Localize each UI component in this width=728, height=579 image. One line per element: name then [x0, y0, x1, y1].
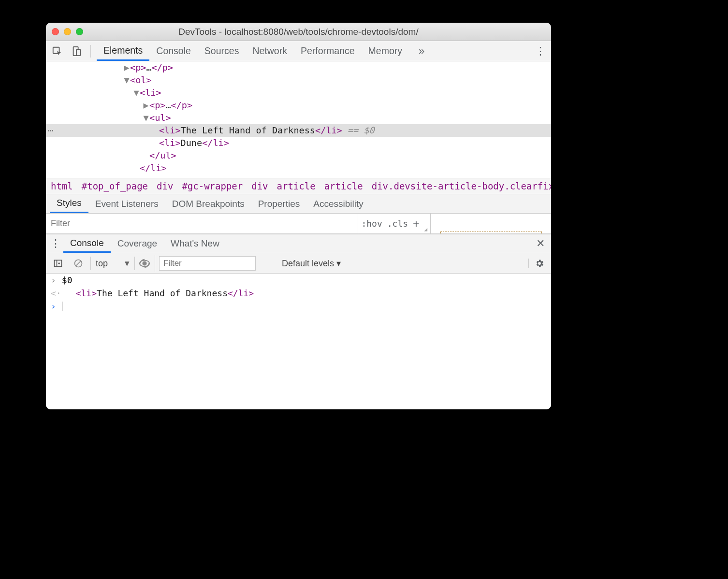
svg-rect-2 [76, 49, 80, 56]
dom-node[interactable]: </ul> [46, 149, 551, 162]
main-menu-button[interactable]: ⋮ [533, 45, 548, 58]
dom-breadcrumbs: html#top_of_pagediv#gc-wrapperdivarticle… [46, 178, 551, 194]
svg-point-5 [142, 261, 146, 265]
devtools-window: DevTools - localhost:8080/web/tools/chro… [46, 23, 551, 409]
disclosure-triangle-icon[interactable]: ▼ [143, 112, 149, 124]
main-tab-bar: ElementsConsoleSourcesNetworkPerformance… [46, 41, 551, 61]
expand-icon[interactable]: › [51, 275, 56, 285]
breadcrumb-item[interactable]: div [251, 181, 268, 191]
dom-node[interactable]: ▶<p>…</p> [46, 61, 551, 74]
window-controls [52, 28, 83, 35]
disclosure-triangle-icon[interactable]: ▼ [123, 74, 130, 87]
zoom-window-button[interactable] [76, 28, 83, 35]
subtab-properties[interactable]: Properties [251, 194, 307, 213]
dom-node[interactable]: ▼<li> [46, 87, 551, 99]
breadcrumb-item[interactable]: div [157, 181, 173, 191]
console-prompt-line[interactable]: › [46, 300, 551, 313]
styles-tab-bar: StylesEvent ListenersDOM BreakpointsProp… [46, 194, 551, 214]
log-levels-select[interactable]: Default levels ▾ [278, 258, 345, 269]
inspect-element-icon[interactable] [49, 43, 65, 59]
console-output[interactable]: › $0 <· <li>The Left Hand of Darkness</l… [46, 274, 551, 409]
execution-context-select[interactable]: top [90, 257, 135, 270]
breadcrumb-item[interactable]: div.devsite-article-body.clearfix [372, 181, 551, 191]
disclosure-triangle-icon[interactable]: ▼ [133, 87, 140, 99]
drawer-tab-bar: ⋮ ConsoleCoverageWhat's New ✕ [46, 234, 551, 253]
console-result-value: <li>The Left Hand of Darkness</li> [67, 288, 254, 298]
dom-node-selected[interactable]: ⋯<li>The Left Hand of Darkness</li> == $… [46, 124, 551, 137]
resize-handle-icon[interactable]: ◢ [424, 226, 427, 233]
disclosure-triangle-icon[interactable]: ▶ [143, 99, 149, 112]
console-result-line: <· <li>The Left Hand of Darkness</li> [46, 287, 551, 300]
window-title: DevTools - localhost:8080/web/tools/chro… [46, 27, 551, 37]
titlebar: DevTools - localhost:8080/web/tools/chro… [46, 23, 551, 41]
live-expression-icon[interactable] [139, 255, 155, 272]
subtab-dom-breakpoints[interactable]: DOM Breakpoints [165, 194, 251, 213]
return-arrow-icon: <· [51, 288, 61, 298]
tab-memory[interactable]: Memory [362, 41, 409, 61]
breadcrumb-item[interactable]: html [51, 181, 73, 191]
new-rule-button[interactable]: + [413, 217, 419, 230]
dom-node[interactable]: <li>Dune</li> [46, 137, 551, 149]
subtab-styles[interactable]: Styles [50, 194, 88, 213]
dom-node[interactable]: </li> [46, 162, 551, 174]
tab-console[interactable]: Console [149, 41, 198, 61]
console-sidebar-toggle-icon[interactable] [50, 255, 66, 272]
hover-state-button[interactable]: :hov [361, 218, 382, 229]
drawer-tab-console[interactable]: Console [63, 234, 111, 253]
dom-node[interactable]: ▼<ol> [46, 74, 551, 87]
margin-box-edge [440, 232, 542, 233]
clear-console-icon[interactable] [70, 255, 87, 272]
tab-performance[interactable]: Performance [294, 41, 362, 61]
console-settings-icon[interactable] [528, 259, 547, 268]
console-toolbar: top Default levels ▾ [46, 253, 551, 274]
breadcrumb-item[interactable]: article [324, 181, 363, 191]
subtab-accessibility[interactable]: Accessibility [306, 194, 370, 213]
elements-dom-tree[interactable]: ▶<p>…</p>▼<ol>▼<li>▶<p>…</p>▼<ul>⋯<li>Th… [46, 61, 551, 178]
prompt-chevron-icon: › [51, 301, 56, 311]
ellipsis-icon[interactable]: ⋯ [48, 124, 54, 137]
dom-node[interactable]: ▶<p>…</p> [46, 99, 551, 112]
box-model-preview [430, 214, 551, 233]
close-drawer-button[interactable]: ✕ [532, 237, 549, 250]
tab-network[interactable]: Network [246, 41, 294, 61]
minimize-window-button[interactable] [64, 28, 71, 35]
text-cursor [62, 302, 63, 311]
dom-node[interactable]: ▼<ul> [46, 112, 551, 124]
subtab-event-listeners[interactable]: Event Listeners [88, 194, 165, 213]
tab-sources[interactable]: Sources [198, 41, 246, 61]
styles-buttons: :hov .cls + ◢ [358, 214, 430, 233]
overflow-tabs-button[interactable]: » [412, 41, 431, 61]
console-filter-input[interactable] [159, 256, 256, 271]
device-toolbar-icon[interactable] [68, 43, 85, 59]
tab-elements[interactable]: Elements [97, 41, 149, 61]
drawer-tab-coverage[interactable]: Coverage [111, 234, 164, 253]
class-toggle-button[interactable]: .cls [387, 218, 408, 229]
close-window-button[interactable] [52, 28, 59, 35]
disclosure-triangle-icon[interactable]: ▶ [123, 61, 130, 74]
breadcrumb-item[interactable]: #top_of_page [82, 181, 148, 191]
drawer-tab-what-s-new[interactable]: What's New [164, 234, 226, 253]
console-input-text: $0 [62, 275, 73, 285]
console-input-echo-line: › $0 [46, 274, 551, 287]
divider [90, 45, 91, 58]
styles-toolbar: :hov .cls + ◢ [46, 214, 551, 234]
breadcrumb-item[interactable]: article [277, 181, 316, 191]
styles-filter-input[interactable] [46, 214, 358, 233]
drawer-menu-button[interactable]: ⋮ [48, 237, 63, 250]
breadcrumb-item[interactable]: #gc-wrapper [182, 181, 243, 191]
